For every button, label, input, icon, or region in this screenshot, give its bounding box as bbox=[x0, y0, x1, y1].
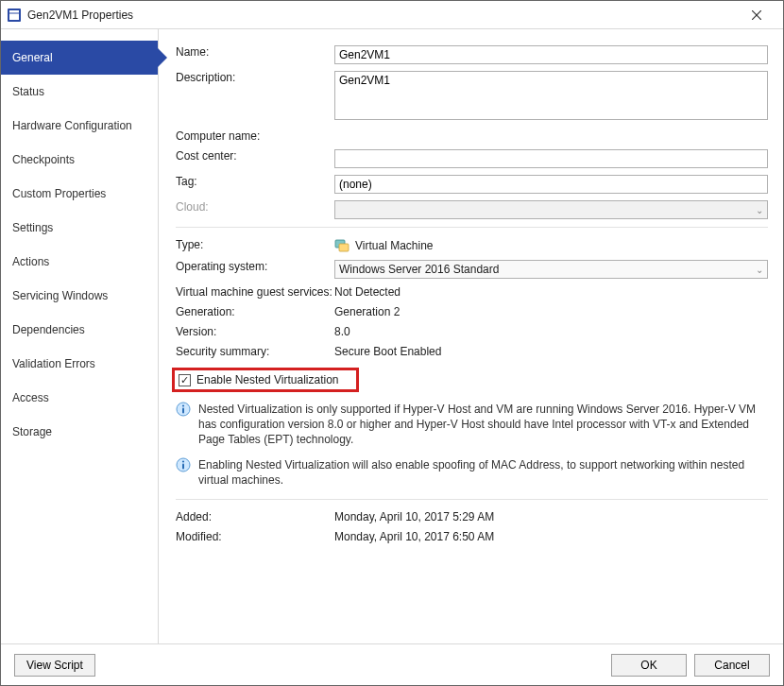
added-label: Added: bbox=[176, 507, 334, 523]
cost-center-input[interactable] bbox=[334, 149, 768, 168]
cost-center-label: Cost center: bbox=[176, 146, 334, 163]
nav-status[interactable]: Status bbox=[1, 75, 158, 109]
os-label: Operating system: bbox=[176, 257, 334, 273]
info-icon bbox=[176, 457, 191, 472]
nav-label: Status bbox=[12, 85, 44, 98]
tag-input[interactable] bbox=[334, 175, 768, 194]
computer-name-value bbox=[334, 127, 768, 129]
svg-rect-1 bbox=[9, 10, 19, 13]
nav-general[interactable]: General bbox=[1, 41, 158, 75]
cloud-label: Cloud: bbox=[176, 197, 334, 214]
nav-label: Checkpoints bbox=[12, 153, 75, 166]
svg-point-8 bbox=[182, 404, 184, 406]
nested-virtualization-highlight: ✓ Enable Nested Virtualization bbox=[172, 368, 359, 392]
svg-rect-9 bbox=[182, 408, 184, 414]
divider bbox=[176, 499, 768, 500]
vm-icon bbox=[334, 238, 349, 253]
security-summary-value: Secure Boot Enabled bbox=[334, 342, 768, 358]
nav-settings[interactable]: Settings bbox=[1, 211, 158, 245]
view-script-button[interactable]: View Script bbox=[14, 654, 95, 677]
app-icon bbox=[7, 8, 22, 23]
security-summary-label: Security summary: bbox=[176, 342, 334, 358]
nav-label: Storage bbox=[12, 425, 52, 438]
generation-value: Generation 2 bbox=[334, 302, 768, 318]
modified-label: Modified: bbox=[176, 527, 334, 543]
type-value: Virtual Machine bbox=[355, 239, 434, 252]
divider bbox=[176, 227, 768, 228]
cloud-dropdown: ⌄ bbox=[334, 200, 768, 219]
nav-label: Custom Properties bbox=[12, 187, 106, 200]
nav-label: Settings bbox=[12, 221, 53, 234]
os-value: Windows Server 2016 Standard bbox=[339, 263, 499, 276]
description-label: Description: bbox=[176, 68, 334, 84]
close-button[interactable] bbox=[738, 1, 775, 29]
version-label: Version: bbox=[176, 322, 334, 338]
nav-dependencies[interactable]: Dependencies bbox=[1, 313, 158, 347]
enable-nested-label: Enable Nested Virtualization bbox=[196, 373, 339, 386]
nav-access[interactable]: Access bbox=[1, 381, 158, 415]
nav-label: Dependencies bbox=[12, 323, 85, 336]
window-title: Gen2VM1 Properties bbox=[27, 9, 738, 22]
nav-label: Hardware Configuration bbox=[12, 119, 132, 132]
generation-label: Generation: bbox=[176, 302, 334, 318]
tag-label: Tag: bbox=[176, 172, 334, 188]
nav-actions[interactable]: Actions bbox=[1, 245, 158, 279]
svg-point-11 bbox=[182, 460, 184, 462]
description-input[interactable]: Gen2VM1 bbox=[334, 71, 768, 120]
info-text-1: Nested Virtualization is only supported … bbox=[198, 402, 768, 448]
ok-button[interactable]: OK bbox=[611, 654, 687, 677]
svg-rect-12 bbox=[182, 463, 184, 469]
nav-label: Validation Errors bbox=[12, 357, 95, 370]
info-text-2: Enabling Nested Virtualization will also… bbox=[198, 457, 768, 488]
svg-rect-2 bbox=[9, 13, 19, 20]
general-pane: Name: Description: Gen2VM1 Computer name… bbox=[159, 29, 783, 643]
nav-label: Servicing Windows bbox=[12, 289, 108, 302]
chevron-down-icon: ⌄ bbox=[756, 265, 763, 275]
nav-servicing-windows[interactable]: Servicing Windows bbox=[1, 279, 158, 313]
cancel-button[interactable]: Cancel bbox=[694, 654, 770, 677]
nav-checkpoints[interactable]: Checkpoints bbox=[1, 143, 158, 177]
nav-label: Access bbox=[12, 391, 49, 404]
nav-custom-properties[interactable]: Custom Properties bbox=[1, 177, 158, 211]
nav-label: Actions bbox=[12, 255, 49, 268]
bottom-bar: View Script OK Cancel bbox=[1, 643, 783, 685]
version-value: 8.0 bbox=[334, 322, 768, 338]
chevron-down-icon: ⌄ bbox=[756, 205, 763, 215]
guest-services-value: Not Detected bbox=[334, 283, 768, 299]
os-dropdown[interactable]: Windows Server 2016 Standard ⌄ bbox=[334, 260, 768, 279]
name-input[interactable] bbox=[334, 45, 768, 64]
nav-hardware-configuration[interactable]: Hardware Configuration bbox=[1, 109, 158, 143]
added-value: Monday, April 10, 2017 5:29 AM bbox=[334, 507, 768, 523]
nav-label: General bbox=[12, 51, 53, 64]
name-label: Name: bbox=[176, 43, 334, 59]
title-bar: Gen2VM1 Properties bbox=[1, 1, 783, 29]
type-label: Type: bbox=[176, 235, 334, 251]
info-icon bbox=[176, 402, 191, 417]
sidebar: General Status Hardware Configuration Ch… bbox=[1, 29, 159, 643]
nav-storage[interactable]: Storage bbox=[1, 415, 158, 449]
computer-name-label: Computer name: bbox=[176, 127, 334, 143]
enable-nested-checkbox[interactable]: ✓ bbox=[179, 374, 191, 386]
svg-rect-6 bbox=[339, 244, 349, 251]
nav-validation-errors[interactable]: Validation Errors bbox=[1, 347, 158, 381]
modified-value: Monday, April 10, 2017 6:50 AM bbox=[334, 527, 768, 543]
guest-services-label: Virtual machine guest services: bbox=[176, 283, 334, 299]
